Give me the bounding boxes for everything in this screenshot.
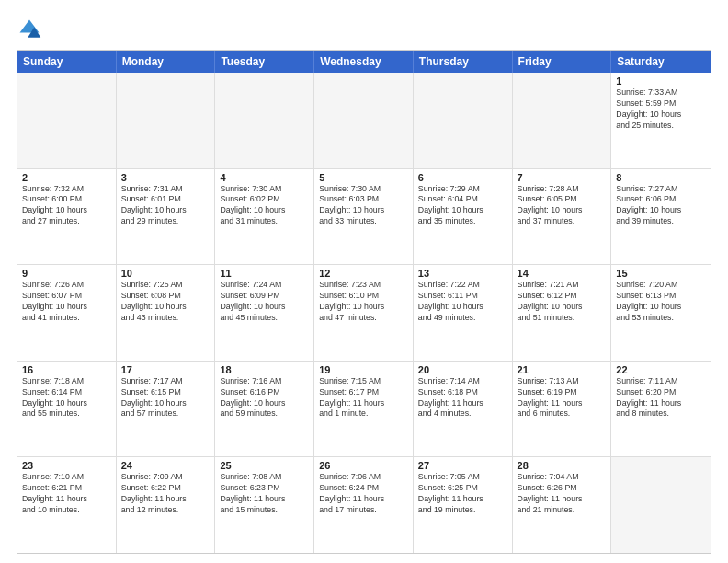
day-cell-13: 13Sunrise: 7:22 AM Sunset: 6:11 PM Dayli…	[414, 265, 513, 361]
day-cell-14: 14Sunrise: 7:21 AM Sunset: 6:12 PM Dayli…	[513, 265, 612, 361]
day-info: Sunrise: 7:22 AM Sunset: 6:11 PM Dayligh…	[418, 280, 507, 324]
day-info: Sunrise: 7:32 AM Sunset: 6:00 PM Dayligh…	[22, 184, 111, 228]
empty-cell-0-4	[414, 73, 513, 168]
day-info: Sunrise: 7:21 AM Sunset: 6:12 PM Dayligh…	[518, 280, 607, 324]
day-number: 21	[518, 364, 607, 375]
calendar: SundayMondayTuesdayWednesdayThursdayFrid…	[17, 50, 711, 554]
day-info: Sunrise: 7:28 AM Sunset: 6:05 PM Dayligh…	[518, 184, 607, 228]
day-info: Sunrise: 7:24 AM Sunset: 6:09 PM Dayligh…	[220, 280, 309, 324]
empty-cell-0-5	[513, 73, 612, 168]
day-cell-19: 19Sunrise: 7:15 AM Sunset: 6:17 PM Dayli…	[314, 362, 414, 457]
day-cell-24: 24Sunrise: 7:09 AM Sunset: 6:22 PM Dayli…	[117, 457, 216, 553]
day-number: 7	[518, 172, 607, 183]
day-info: Sunrise: 7:06 AM Sunset: 6:24 PM Dayligh…	[319, 472, 408, 516]
day-number: 13	[418, 268, 507, 279]
day-info: Sunrise: 7:30 AM Sunset: 6:02 PM Dayligh…	[220, 184, 309, 228]
day-cell-9: 9Sunrise: 7:26 AM Sunset: 6:07 PM Daylig…	[17, 265, 117, 361]
day-cell-18: 18Sunrise: 7:16 AM Sunset: 6:16 PM Dayli…	[215, 362, 314, 457]
day-number: 11	[220, 268, 309, 279]
weekday-header-monday: Monday	[117, 51, 216, 73]
day-number: 27	[418, 460, 507, 471]
day-info: Sunrise: 7:16 AM Sunset: 6:16 PM Dayligh…	[220, 376, 309, 420]
day-number: 15	[616, 268, 706, 279]
day-info: Sunrise: 7:18 AM Sunset: 6:14 PM Dayligh…	[22, 376, 111, 420]
day-number: 23	[22, 460, 111, 471]
calendar-row-3: 16Sunrise: 7:18 AM Sunset: 6:14 PM Dayli…	[17, 362, 711, 458]
day-cell-25: 25Sunrise: 7:08 AM Sunset: 6:23 PM Dayli…	[215, 457, 314, 553]
day-number: 4	[220, 172, 309, 183]
day-info: Sunrise: 7:20 AM Sunset: 6:13 PM Dayligh…	[616, 280, 706, 324]
day-cell-28: 28Sunrise: 7:04 AM Sunset: 6:26 PM Dayli…	[513, 457, 612, 553]
day-info: Sunrise: 7:33 AM Sunset: 5:59 PM Dayligh…	[616, 87, 706, 132]
day-number: 28	[518, 460, 607, 471]
day-info: Sunrise: 7:31 AM Sunset: 6:01 PM Dayligh…	[121, 184, 210, 228]
day-number: 1	[616, 75, 706, 86]
day-info: Sunrise: 7:29 AM Sunset: 6:04 PM Dayligh…	[418, 184, 507, 228]
day-cell-17: 17Sunrise: 7:17 AM Sunset: 6:15 PM Dayli…	[117, 362, 216, 457]
weekday-header-thursday: Thursday	[414, 51, 513, 73]
day-cell-6: 6Sunrise: 7:29 AM Sunset: 6:04 PM Daylig…	[414, 169, 513, 265]
day-number: 10	[121, 268, 210, 279]
day-cell-2: 2Sunrise: 7:32 AM Sunset: 6:00 PM Daylig…	[17, 169, 117, 265]
day-number: 8	[616, 172, 706, 183]
day-number: 14	[518, 268, 607, 279]
day-number: 12	[319, 268, 408, 279]
calendar-row-1: 2Sunrise: 7:32 AM Sunset: 6:00 PM Daylig…	[17, 169, 711, 266]
empty-cell-4-6	[611, 457, 711, 553]
day-number: 5	[319, 172, 408, 183]
empty-cell-0-2	[215, 73, 314, 168]
weekday-header-saturday: Saturday	[611, 51, 711, 73]
day-info: Sunrise: 7:27 AM Sunset: 6:06 PM Dayligh…	[616, 184, 706, 228]
day-info: Sunrise: 7:23 AM Sunset: 6:10 PM Dayligh…	[319, 280, 408, 324]
day-number: 9	[22, 268, 111, 279]
day-number: 22	[616, 364, 706, 375]
day-number: 3	[121, 172, 210, 183]
day-info: Sunrise: 7:10 AM Sunset: 6:21 PM Dayligh…	[22, 472, 111, 516]
day-cell-20: 20Sunrise: 7:14 AM Sunset: 6:18 PM Dayli…	[414, 362, 513, 457]
day-cell-3: 3Sunrise: 7:31 AM Sunset: 6:01 PM Daylig…	[117, 169, 216, 265]
header	[17, 17, 711, 42]
day-number: 6	[418, 172, 507, 183]
empty-cell-0-0	[17, 73, 117, 168]
day-info: Sunrise: 7:25 AM Sunset: 6:08 PM Dayligh…	[121, 280, 210, 324]
day-number: 20	[418, 364, 507, 375]
day-number: 25	[220, 460, 309, 471]
calendar-row-2: 9Sunrise: 7:26 AM Sunset: 6:07 PM Daylig…	[17, 265, 711, 362]
empty-cell-0-1	[117, 73, 216, 168]
day-number: 18	[220, 364, 309, 375]
day-cell-22: 22Sunrise: 7:11 AM Sunset: 6:20 PM Dayli…	[611, 362, 711, 457]
day-cell-12: 12Sunrise: 7:23 AM Sunset: 6:10 PM Dayli…	[314, 265, 414, 361]
day-cell-5: 5Sunrise: 7:30 AM Sunset: 6:03 PM Daylig…	[314, 169, 414, 265]
day-cell-21: 21Sunrise: 7:13 AM Sunset: 6:19 PM Dayli…	[513, 362, 612, 457]
day-number: 2	[22, 172, 111, 183]
weekday-header-friday: Friday	[513, 51, 612, 73]
weekday-header-wednesday: Wednesday	[314, 51, 414, 73]
page: SundayMondayTuesdayWednesdayThursdayFrid…	[0, 0, 728, 563]
day-number: 17	[121, 364, 210, 375]
day-info: Sunrise: 7:14 AM Sunset: 6:18 PM Dayligh…	[418, 376, 507, 420]
day-cell-1: 1Sunrise: 7:33 AM Sunset: 5:59 PM Daylig…	[611, 73, 711, 168]
day-info: Sunrise: 7:09 AM Sunset: 6:22 PM Dayligh…	[121, 472, 210, 516]
calendar-header: SundayMondayTuesdayWednesdayThursdayFrid…	[17, 51, 711, 73]
day-cell-16: 16Sunrise: 7:18 AM Sunset: 6:14 PM Dayli…	[17, 362, 117, 457]
day-info: Sunrise: 7:11 AM Sunset: 6:20 PM Dayligh…	[616, 376, 706, 420]
day-cell-11: 11Sunrise: 7:24 AM Sunset: 6:09 PM Dayli…	[215, 265, 314, 361]
calendar-row-4: 23Sunrise: 7:10 AM Sunset: 6:21 PM Dayli…	[17, 457, 711, 553]
day-info: Sunrise: 7:08 AM Sunset: 6:23 PM Dayligh…	[220, 472, 309, 516]
day-cell-8: 8Sunrise: 7:27 AM Sunset: 6:06 PM Daylig…	[611, 169, 711, 265]
day-cell-4: 4Sunrise: 7:30 AM Sunset: 6:02 PM Daylig…	[215, 169, 314, 265]
day-cell-23: 23Sunrise: 7:10 AM Sunset: 6:21 PM Dayli…	[17, 457, 117, 553]
logo-icon	[17, 17, 42, 42]
weekday-header-sunday: Sunday	[17, 51, 117, 73]
day-info: Sunrise: 7:04 AM Sunset: 6:26 PM Dayligh…	[518, 472, 607, 516]
day-number: 24	[121, 460, 210, 471]
day-cell-10: 10Sunrise: 7:25 AM Sunset: 6:08 PM Dayli…	[117, 265, 216, 361]
day-cell-7: 7Sunrise: 7:28 AM Sunset: 6:05 PM Daylig…	[513, 169, 612, 265]
day-number: 26	[319, 460, 408, 471]
empty-cell-0-3	[314, 73, 414, 168]
weekday-header-tuesday: Tuesday	[215, 51, 314, 73]
day-info: Sunrise: 7:15 AM Sunset: 6:17 PM Dayligh…	[319, 376, 408, 420]
calendar-row-0: 1Sunrise: 7:33 AM Sunset: 5:59 PM Daylig…	[17, 73, 711, 169]
day-info: Sunrise: 7:05 AM Sunset: 6:25 PM Dayligh…	[418, 472, 507, 516]
day-cell-26: 26Sunrise: 7:06 AM Sunset: 6:24 PM Dayli…	[314, 457, 414, 553]
